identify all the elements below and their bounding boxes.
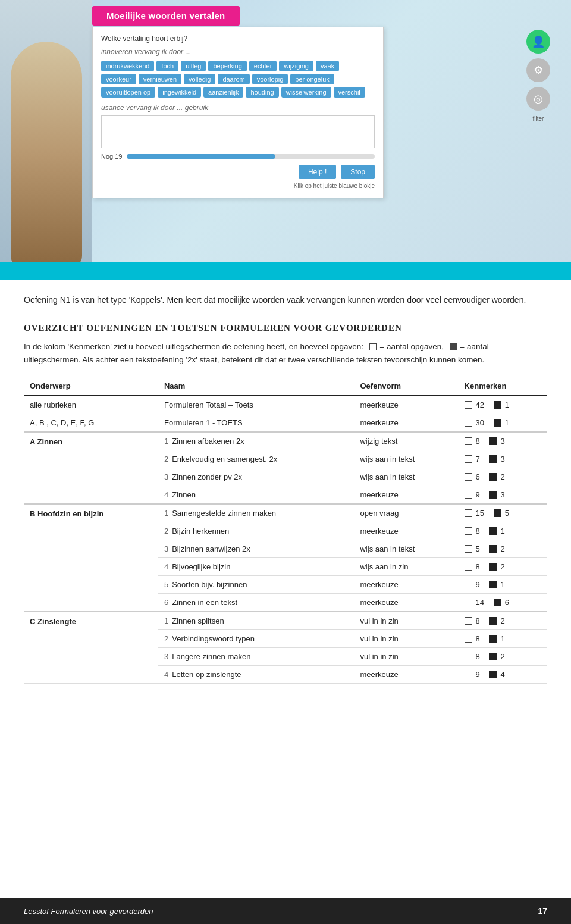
- sq-filled-icon: [489, 671, 497, 678]
- td-kenmerken: 9 3: [459, 486, 547, 505]
- sq-filled-icon: [494, 419, 501, 427]
- sq-filled-icon: [489, 545, 497, 553]
- word-btn-17[interactable]: wisselwerking: [281, 87, 331, 98]
- user-icon[interactable]: 👤: [526, 30, 550, 54]
- filter-icon[interactable]: ◎: [526, 87, 550, 111]
- intro-text: Oefening N1 is van het type 'Koppels'. M…: [24, 294, 547, 306]
- word-btn-18[interactable]: verschil: [334, 87, 365, 98]
- word-btn-15[interactable]: aanzienlijk: [203, 87, 243, 98]
- td-kenmerken: 8 1: [459, 630, 547, 648]
- td-kenmerken: 9 1: [459, 576, 547, 594]
- td-naam: 2Bijzin herkennen: [158, 522, 354, 540]
- word-btn-2[interactable]: uitleg: [181, 61, 206, 71]
- td-onderwerp: alle rubrieken: [24, 396, 158, 414]
- word-btn-5[interactable]: wijziging: [279, 61, 313, 71]
- square-filled-icon: [450, 343, 457, 350]
- word-btn-16[interactable]: houding: [246, 87, 278, 98]
- td-naam: 1Zinnen afbakenen 2x: [158, 432, 354, 450]
- sq-open-icon: [465, 491, 472, 499]
- td-oefenvorm: meerkeuze: [354, 522, 458, 540]
- col-header-kenmerken: Kenmerken: [459, 377, 547, 396]
- filter-label: filter: [533, 115, 544, 122]
- right-icons: 👤 ⚙ ◎ filter: [526, 30, 550, 122]
- stop-button[interactable]: Stop: [341, 165, 375, 179]
- sq-open-icon: [465, 545, 472, 553]
- nog-label: Nog 19: [101, 153, 122, 160]
- sq-open-icon: [465, 563, 472, 571]
- section-heading-sub: F: [220, 323, 226, 333]
- sq-filled-icon: [489, 491, 497, 499]
- sq-open-icon: [465, 437, 472, 445]
- word-btn-1[interactable]: toch: [156, 61, 178, 71]
- word-btn-10[interactable]: daarom: [218, 74, 249, 84]
- td-kenmerken: 42 1: [459, 396, 547, 414]
- word-btn-3[interactable]: beperking: [208, 61, 246, 71]
- td-naam: 1Zinnen splitsen: [158, 612, 354, 630]
- sq-filled-icon: [489, 563, 497, 571]
- td-kenmerken: 9 4: [459, 666, 547, 684]
- td-naam: 2Enkelvoudig en samengest. 2x: [158, 450, 354, 468]
- td-oefenvorm: meerkeuze: [354, 576, 458, 594]
- word-btn-11[interactable]: voorlopig: [252, 74, 288, 84]
- word-btn-4[interactable]: echter: [249, 61, 277, 71]
- word-btn-14[interactable]: ingewikkeld: [158, 87, 201, 98]
- td-oefenvorm: meerkeuze: [354, 486, 458, 505]
- footer-page: 17: [538, 906, 547, 916]
- td-kenmerken: 6 2: [459, 468, 547, 486]
- dialog-buttons: Help ! Stop: [101, 165, 375, 179]
- section-body: In de kolom 'Kenmerken' ziet u hoeveel u…: [24, 340, 547, 366]
- dialog-question: Welke vertaling hoort erbij?: [101, 35, 375, 43]
- word-btn-0[interactable]: indrukwekkend: [101, 61, 154, 71]
- word-btn-13[interactable]: vooruitlopen op: [101, 87, 155, 98]
- col-header-onderwerp: Onderwerp: [24, 377, 158, 396]
- td-naam: 6Zinnen in een tekst: [158, 594, 354, 612]
- dialog-hint: Klik op het juiste blauwe blokje: [101, 183, 375, 189]
- word-btn-12[interactable]: per ongeluk: [290, 74, 334, 84]
- td-oefenvorm: vul in in zin: [354, 630, 458, 648]
- td-oefenvorm: open vraag: [354, 504, 458, 522]
- cyan-stripe: [0, 262, 571, 280]
- td-naam: 4Letten op zinslengte: [158, 666, 354, 684]
- sq-open-icon: [465, 635, 472, 643]
- dialog-input-line1: innoveren vervang ik door ...: [101, 48, 375, 56]
- td-kenmerken: 8 3: [459, 432, 547, 450]
- sq-open-icon: [465, 401, 472, 409]
- sq-filled-icon: [489, 455, 497, 463]
- settings-icon[interactable]: ⚙: [526, 58, 550, 82]
- td-naam: 3Bijzinnen aanwijzen 2x: [158, 540, 354, 558]
- sq-open-icon: [465, 581, 472, 588]
- td-kenmerken: 7 3: [459, 450, 547, 468]
- sq-filled-icon: [489, 473, 497, 481]
- progress-bar: [127, 154, 375, 159]
- sq-open-icon: [465, 653, 472, 660]
- progress-fill: [127, 154, 275, 159]
- person-image: [0, 0, 92, 280]
- td-oefenvorm: meerkeuze: [354, 594, 458, 612]
- word-btn-8[interactable]: vernieuwen: [139, 74, 181, 84]
- td-onderwerp-group: B Hoofdzin en bijzin: [24, 504, 158, 612]
- screenshot-area: Moeilijke woorden vertalen Welke vertali…: [0, 0, 571, 280]
- dialog-answer-area[interactable]: [101, 115, 375, 148]
- table-row: B Hoofdzin en bijzin 1Samengestelde zinn…: [24, 504, 547, 522]
- sq-open-icon: [465, 419, 472, 427]
- col-header-naam: Naam: [158, 377, 354, 396]
- sq-open-icon: [465, 599, 472, 606]
- td-oefenvorm: wijzig tekst: [354, 432, 458, 450]
- td-oefenvorm: wijs aan in tekst: [354, 540, 458, 558]
- td-oefenvorm: wijs aan in zin: [354, 558, 458, 576]
- word-btn-6[interactable]: vaak: [316, 61, 339, 71]
- sq-filled-icon: [489, 437, 497, 445]
- td-kenmerken: 8 1: [459, 522, 547, 540]
- main-content: Oefening N1 is van het type 'Koppels'. M…: [0, 280, 571, 725]
- word-buttons-container: indrukwekkend toch uitleg beperking echt…: [101, 61, 375, 98]
- td-kenmerken: 8 2: [459, 558, 547, 576]
- word-btn-7[interactable]: voorkeur: [101, 74, 136, 84]
- sq-filled-icon: [494, 509, 501, 517]
- td-oefenvorm: meerkeuze: [354, 414, 458, 433]
- help-button[interactable]: Help !: [299, 165, 336, 179]
- section-heading: Overzicht Oefeningen en Toetsen FORMULER…: [24, 323, 547, 333]
- sq-filled-icon: [489, 635, 497, 643]
- dialog-input-line2: usance vervang ik door ... gebruik: [101, 104, 375, 112]
- word-btn-9[interactable]: volledig: [184, 74, 215, 84]
- td-naam: Formuleren Totaal – Toets: [158, 396, 354, 414]
